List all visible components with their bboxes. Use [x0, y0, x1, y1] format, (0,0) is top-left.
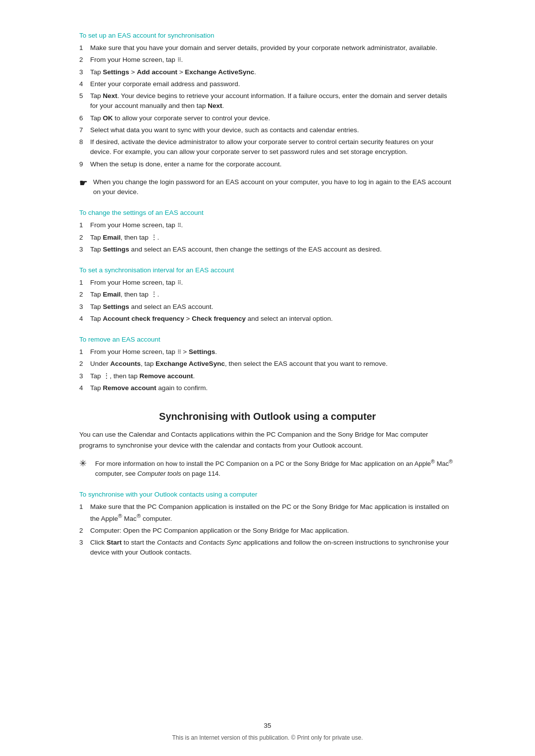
- subsection-outlook-contacts: To synchronise with your Outlook contact…: [79, 491, 456, 558]
- list-item: 8 If desired, activate the device admini…: [79, 137, 456, 157]
- section-outlook-sync: Synchronising with Outlook using a compu…: [79, 411, 456, 557]
- heading-outlook-contacts: To synchronise with your Outlook contact…: [79, 491, 456, 498]
- list-item: 7 Select what data you want to sync with…: [79, 125, 456, 135]
- exclamation-icon: ☛: [79, 178, 93, 189]
- list-item: 4 Tap Remove account again to confirm.: [79, 383, 456, 393]
- page-footer: 35 This is an Internet version of this p…: [0, 722, 535, 741]
- heading-setup-eas: To set up an EAS account for synchronisa…: [79, 32, 456, 39]
- intro-paragraph: You can use the Calendar and Contacts ap…: [79, 429, 456, 451]
- steps-setup-eas: 1 Make sure that you have your domain an…: [79, 43, 456, 169]
- page-container: To set up an EAS account for synchronisa…: [0, 0, 535, 756]
- note-text: When you change the login password for a…: [93, 177, 456, 198]
- heading-change-eas: To change the settings of an EAS account: [79, 209, 456, 216]
- section-setup-eas: To set up an EAS account for synchronisa…: [79, 32, 456, 197]
- heading-remove-eas: To remove an EAS account: [79, 336, 456, 343]
- list-item: 3 Tap Settings and select an EAS account…: [79, 245, 456, 254]
- grid-icon: ⠿: [177, 57, 181, 63]
- list-item: 2 Under Accounts, tap Exchange ActiveSyn…: [79, 359, 456, 369]
- list-item: 3 Tap Settings and select an EAS account…: [79, 302, 456, 312]
- steps-outlook-contacts: 1 Make sure that the PC Companion applic…: [79, 502, 456, 558]
- tip-text: For more information on how to install t…: [95, 457, 456, 478]
- list-item: 3 Click Start to start the Contacts and …: [79, 538, 456, 558]
- list-item: 2 Tap Email, then tap ⋮.: [79, 290, 456, 300]
- list-item: 1 From your Home screen, tap ⠿.: [79, 220, 456, 230]
- list-item: 6 Tap OK to allow your corporate server …: [79, 113, 456, 123]
- list-item: 5 Tap Next. Your device begins to retrie…: [79, 91, 456, 111]
- list-item: 1 From your Home screen, tap ⠿.: [79, 278, 456, 288]
- note-block: ☛ When you change the login password for…: [79, 177, 456, 198]
- tip-star-icon: ✳: [79, 458, 95, 469]
- grid-icon: ⠿: [177, 222, 181, 228]
- list-item: 3 Tap ⋮, then tap Remove account.: [79, 371, 456, 381]
- heading-sync-interval: To set a synchronisation interval for an…: [79, 266, 456, 274]
- tip-block: ✳ For more information on how to install…: [79, 457, 456, 478]
- list-item: 1 From your Home screen, tap ⠿ > Setting…: [79, 347, 456, 357]
- list-item: 1 Make sure that you have your domain an…: [79, 43, 456, 53]
- list-item: 1 Make sure that the PC Companion applic…: [79, 502, 456, 524]
- grid-icon: ⠿: [177, 280, 181, 286]
- list-item: 2 Tap Email, then tap ⋮.: [79, 233, 456, 243]
- list-item: 2 From your Home screen, tap ⠿.: [79, 55, 456, 65]
- list-item: 3 Tap Settings > Add account > Exchange …: [79, 67, 456, 77]
- steps-sync-interval: 1 From your Home screen, tap ⠿. 2 Tap Em…: [79, 278, 456, 324]
- section-change-eas: To change the settings of an EAS account…: [79, 209, 456, 254]
- footer-note: This is an Internet version of this publ…: [172, 734, 363, 741]
- page-number: 35: [0, 722, 535, 729]
- steps-change-eas: 1 From your Home screen, tap ⠿. 2 Tap Em…: [79, 220, 456, 254]
- list-item: 9 When the setup is done, enter a name f…: [79, 159, 456, 169]
- list-item: 4 Tap Account check frequency > Check fr…: [79, 314, 456, 324]
- section-sync-interval: To set a synchronisation interval for an…: [79, 266, 456, 324]
- section-remove-eas: To remove an EAS account 1 From your Hom…: [79, 336, 456, 393]
- steps-remove-eas: 1 From your Home screen, tap ⠿ > Setting…: [79, 347, 456, 393]
- major-heading-outlook: Synchronising with Outlook using a compu…: [79, 411, 456, 422]
- list-item: 4 Enter your corporate email address and…: [79, 79, 456, 89]
- list-item: 2 Computer: Open the PC Companion applic…: [79, 526, 456, 536]
- grid-icon: ⠿: [177, 349, 181, 355]
